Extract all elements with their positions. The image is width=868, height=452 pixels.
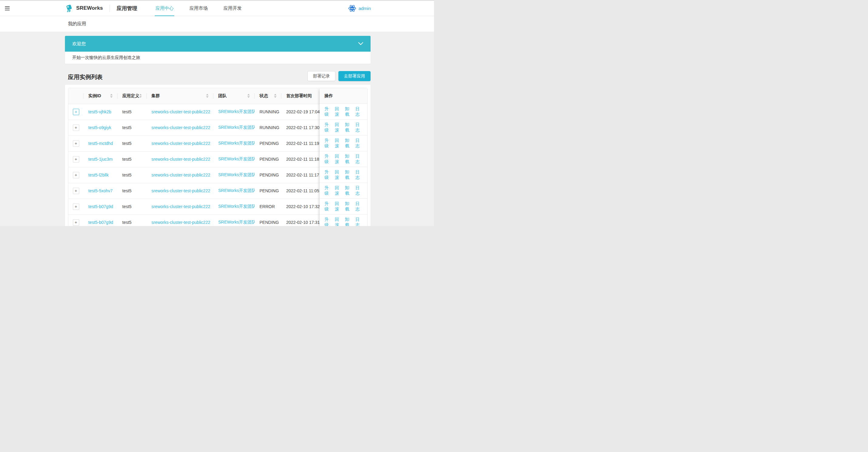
cluster-link[interactable]: sreworks-cluster-test-public222 [151,220,210,225]
instance-id-link[interactable]: test5-5xohv7 [88,188,113,193]
welcome-body: 开始一次愉快的云原生应用创造之旅 [65,52,371,64]
rollback-link[interactable]: 回滚 [335,154,342,165]
expand-row-button[interactable]: + [73,124,79,131]
column-header-team[interactable]: 团队 [213,88,255,104]
uninstall-link[interactable]: 卸载 [345,169,352,180]
plus-icon: + [75,220,77,224]
logs-link[interactable]: 日志 [355,217,362,226]
logs-link[interactable]: 日志 [355,154,362,165]
expand-row-button[interactable]: + [73,172,79,178]
brand[interactable]: SREWorks [65,4,103,12]
column-header-app-definition[interactable]: 应用定义 [118,88,147,104]
team-link[interactable]: SREWorks开发团队 [218,125,255,130]
cluster-link[interactable]: sreworks-cluster-test-public222 [151,125,210,130]
rollback-link[interactable]: 回滚 [335,106,342,117]
uninstall-link[interactable]: 卸载 [345,106,352,117]
status-text: ERROR [259,204,275,209]
team-link[interactable]: SREWorks开发团队 [218,141,255,145]
cluster-link[interactable]: sreworks-cluster-test-public222 [151,173,210,177]
expand-row-button[interactable]: + [73,156,79,163]
cluster-link[interactable]: sreworks-cluster-test-public222 [151,188,210,193]
upgrade-link[interactable]: 升级 [324,201,332,212]
rollback-link[interactable]: 回滚 [335,201,342,212]
uninstall-link[interactable]: 卸载 [345,138,352,149]
logs-link[interactable]: 日志 [355,122,362,133]
logs-link[interactable]: 日志 [355,138,362,149]
uninstall-link[interactable]: 卸载 [345,217,352,226]
instance-id-link[interactable]: test5-l2bllk [88,173,108,177]
upgrade-link[interactable]: 升级 [324,154,332,165]
column-header-instance-id[interactable]: 实例ID [84,88,118,104]
column-header-status[interactable]: 状态 [255,88,281,104]
instance-id-link[interactable]: test5-1juc3m [88,157,113,162]
sort-carets-icon[interactable] [274,94,277,98]
logs-link[interactable]: 日志 [355,169,362,180]
chevron-down-icon[interactable] [358,42,363,45]
tab-app-market[interactable]: 应用市场 [189,1,208,16]
sort-carets-icon[interactable] [247,94,250,98]
rollback-link[interactable]: 回滚 [335,217,342,226]
upgrade-link[interactable]: 升级 [324,185,332,196]
user-menu[interactable]: admin [348,4,371,12]
app-definition-text: test5 [122,188,131,193]
team-link[interactable]: SREWorks开发团队 [218,157,255,161]
logs-link[interactable]: 日志 [355,201,362,212]
rollback-link[interactable]: 回滚 [335,185,342,196]
app-definition-text: test5 [122,141,131,146]
sort-carets-icon[interactable] [139,94,142,98]
sreworks-logo-icon [65,4,73,12]
cluster-link[interactable]: sreworks-cluster-test-public222 [151,204,210,209]
team-link[interactable]: SREWorks开发团队 [218,188,255,193]
rollback-link[interactable]: 回滚 [335,138,342,149]
section-title: 应用实例列表 [65,73,102,81]
upgrade-link[interactable]: 升级 [324,138,332,149]
uninstall-link[interactable]: 卸载 [345,185,352,196]
expand-row-button[interactable]: + [73,140,79,147]
app-definition-text: test5 [122,173,131,177]
upgrade-link[interactable]: 升级 [324,122,332,133]
plus-icon: + [75,173,77,177]
logs-link[interactable]: 日志 [355,106,362,117]
team-link[interactable]: SREWorks开发团队 [218,172,255,177]
menu-toggle-button[interactable] [5,6,10,10]
cluster-link[interactable]: sreworks-cluster-test-public222 [151,141,210,146]
hamburger-icon [5,6,10,7]
upgrade-link[interactable]: 升级 [324,217,332,226]
rollback-link[interactable]: 回滚 [335,122,342,133]
upgrade-link[interactable]: 升级 [324,169,332,180]
instance-id-link[interactable]: test5-mctdhd [88,141,113,146]
sort-carets-icon[interactable] [110,94,113,98]
column-header-expand [68,88,84,104]
team-link[interactable]: SREWorks开发团队 [218,220,255,224]
rollback-link[interactable]: 回滚 [335,169,342,180]
welcome-card: 欢迎您 开始一次愉快的云原生应用创造之旅 [65,36,371,64]
app-definition-text: test5 [122,157,131,162]
uninstall-link[interactable]: 卸载 [345,201,352,212]
tab-app-dev[interactable]: 应用开发 [223,1,242,16]
instance-id-link[interactable]: test5-o9giyk [88,125,111,130]
expand-row-button[interactable]: + [73,219,79,226]
status-text: PENDING [259,141,279,146]
instance-id-link[interactable]: test5-b07g9d [88,220,113,225]
expand-row-button[interactable]: + [73,188,79,194]
cluster-link[interactable]: sreworks-cluster-test-public222 [151,157,210,162]
deploy-app-button[interactable]: 去部署应用 [338,71,371,81]
uninstall-link[interactable]: 卸载 [345,122,352,133]
column-header-cluster[interactable]: 集群 [147,88,213,104]
logs-link[interactable]: 日志 [355,185,362,196]
tab-app-center[interactable]: 应用中心 [155,1,174,16]
status-text: PENDING [259,220,279,225]
team-link[interactable]: SREWorks开发团队 [218,109,255,114]
uninstall-link[interactable]: 卸载 [345,154,352,165]
expand-row-button[interactable]: + [73,203,79,210]
team-link[interactable]: SREWorks开发团队 [218,204,255,209]
cluster-link[interactable]: sreworks-cluster-test-public222 [151,109,210,114]
expand-row-button[interactable]: + [73,109,79,115]
deploy-records-button[interactable]: 部署记录 [307,71,335,81]
instance-id-link[interactable]: test5-vjhk2b [88,109,111,114]
sort-carets-icon[interactable] [206,94,209,98]
welcome-panel-header[interactable]: 欢迎您 [65,36,371,52]
upgrade-link[interactable]: 升级 [324,106,332,117]
instance-id-link[interactable]: test5-b07g9d [88,204,113,209]
first-deploy-time-text: 2022-02-11 17:30:5 [286,125,323,130]
